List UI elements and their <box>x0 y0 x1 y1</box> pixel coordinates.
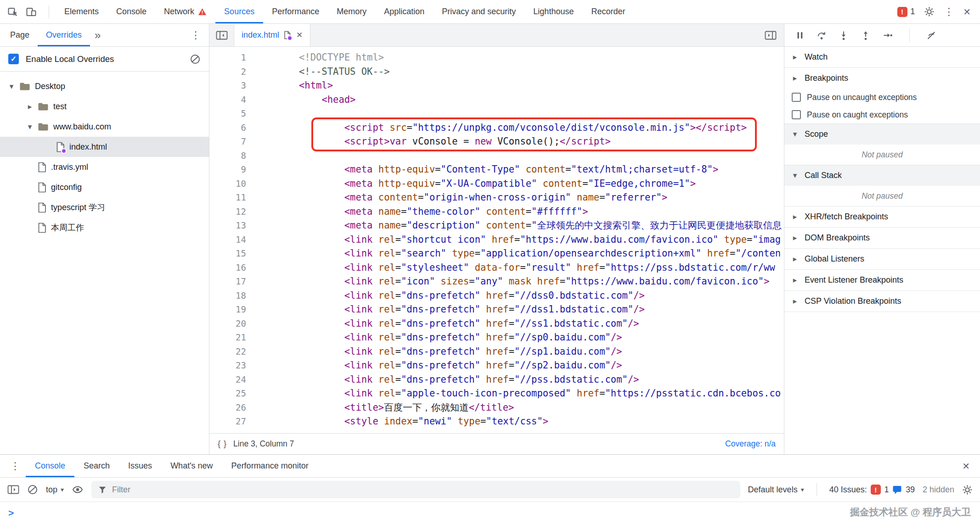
code-line[interactable]: 14 <link rel="shortcut icon" href="https… <box>209 233 784 247</box>
code-line[interactable]: 2<!--STATUS OK--> <box>209 65 784 79</box>
panel-tab-performance[interactable]: Performance <box>263 0 328 23</box>
navigator-tab-overrides[interactable]: Overrides <box>38 24 90 46</box>
code-line[interactable]: 25 <link rel="apple-touch-icon-precompos… <box>209 386 784 401</box>
tree-item-index-html[interactable]: index.html <box>0 137 209 157</box>
panel-tab-sources[interactable]: Sources <box>215 0 263 23</box>
chevron-down-icon[interactable]: ▾ <box>24 122 36 132</box>
line-number[interactable]: 15 <box>209 246 255 261</box>
navigator-menu-kebab-icon[interactable]: ⋮ <box>184 24 207 46</box>
code-line[interactable]: 24 <link rel="dns-prefetch" href="//pss.… <box>209 373 784 387</box>
code-line[interactable]: 3<html> <box>209 78 784 93</box>
code-line[interactable]: 23 <link rel="dns-prefetch" href="//sp2.… <box>209 358 784 373</box>
code-line[interactable]: 11 <meta content="origin-when-cross-orig… <box>209 190 784 205</box>
drawer-tab-performance-monitor[interactable]: Performance monitor <box>222 455 318 477</box>
section-header-xhr-fetch-breakpoints[interactable]: ▸XHR/fetch Breakpoints <box>784 206 980 227</box>
code-line[interactable]: 8 <box>209 149 784 163</box>
panel-tab-console[interactable]: Console <box>107 0 155 23</box>
code-line[interactable]: 10 <meta http-equiv="X-UA-Compatible" co… <box>209 177 784 191</box>
close-devtools-icon[interactable]: ✕ <box>963 7 971 17</box>
tree-item-travis-yml[interactable]: .travis.yml <box>0 157 209 177</box>
editor-tab-index-html[interactable]: index.html ✕ <box>234 24 310 46</box>
more-options-kebab-icon[interactable]: ⋮ <box>944 7 954 17</box>
code-line[interactable]: 17 <link rel="icon" sizes="any" mask hre… <box>209 274 784 289</box>
drawer-menu-kebab-icon[interactable]: ⋮ <box>5 455 26 477</box>
checkbox-row-pause-on-caught-exceptions[interactable]: Pause on caught exceptions <box>784 106 980 123</box>
error-counter[interactable]: ! 1 <box>897 7 915 17</box>
console-filter-input[interactable]: Filter <box>91 481 740 498</box>
code-line[interactable]: 1<!DOCTYPE html> <box>209 50 784 65</box>
console-sidebar-toggle-icon[interactable] <box>7 485 19 495</box>
pause-script-icon[interactable] <box>795 31 805 40</box>
line-number[interactable]: 5 <box>209 106 255 121</box>
clear-console-icon[interactable] <box>27 484 38 495</box>
line-number[interactable]: 7 <box>209 134 255 149</box>
line-number[interactable]: 11 <box>209 190 255 205</box>
line-number[interactable]: 18 <box>209 289 255 303</box>
drawer-tab-what-s-new[interactable]: What's new <box>161 455 222 477</box>
chevron-right-icon[interactable]: ▸ <box>24 102 36 111</box>
code-line[interactable]: 19 <link rel="dns-prefetch" href="//dss1… <box>209 302 784 317</box>
section-header-dom-breakpoints[interactable]: ▸DOM Breakpoints <box>784 228 980 248</box>
code-line[interactable]: 9 <meta http-equiv="Content-Type" conten… <box>209 162 784 177</box>
line-number[interactable]: 19 <box>209 302 255 317</box>
clear-configuration-icon[interactable] <box>190 54 201 65</box>
hidden-messages-label[interactable]: 2 hidden <box>923 485 954 495</box>
line-number[interactable]: 3 <box>209 78 255 93</box>
panel-tab-privacy-and-security[interactable]: Privacy and security <box>433 0 524 23</box>
enable-overrides-checkbox[interactable]: ✓ <box>8 54 19 64</box>
line-number[interactable]: 17 <box>209 274 255 289</box>
line-number[interactable]: 24 <box>209 373 255 387</box>
inspect-element-icon[interactable] <box>7 6 18 17</box>
section-header-call-stack[interactable]: ▾Call Stack <box>784 165 980 186</box>
toggle-debugger-sidebar-icon[interactable] <box>757 24 784 46</box>
drawer-tab-console[interactable]: Console <box>26 455 74 477</box>
close-drawer-icon[interactable]: ✕ <box>957 455 975 477</box>
code-line[interactable]: 5 <box>209 106 784 121</box>
step-over-icon[interactable] <box>817 30 827 40</box>
line-number[interactable]: 12 <box>209 205 255 219</box>
code-line[interactable]: 13 <meta name="description" content="全球领… <box>209 218 784 233</box>
step-out-icon[interactable] <box>861 30 871 40</box>
coverage-link[interactable]: Coverage: n/a <box>725 439 776 449</box>
line-number[interactable]: 9 <box>209 162 255 177</box>
device-toolbar-icon[interactable] <box>26 6 37 17</box>
tree-item-gitconfig[interactable]: gitconfig <box>0 177 209 197</box>
panel-tab-memory[interactable]: Memory <box>328 0 375 23</box>
panel-tab-elements[interactable]: Elements <box>56 0 107 23</box>
section-header-event-listener-breakpoints[interactable]: ▸Event Listener Breakpoints <box>784 270 980 290</box>
tree-item-typescript[interactable]: typescript 学习 <box>0 197 209 217</box>
section-header-global-listeners[interactable]: ▸Global Listeners <box>784 249 980 269</box>
console-prompt[interactable]: > <box>0 502 980 524</box>
line-number[interactable]: 25 <box>209 386 255 401</box>
code-line[interactable]: 7 <script>var vConsole = new VConsole();… <box>209 134 784 149</box>
line-number[interactable]: 26 <box>209 401 255 415</box>
code-line[interactable]: 21 <link rel="dns-prefetch" href="//sp0.… <box>209 330 784 345</box>
step-into-icon[interactable] <box>839 30 849 40</box>
tree-item-desktop[interactable]: ▾Desktop <box>0 76 209 96</box>
toggle-navigator-panel-icon[interactable] <box>209 24 234 46</box>
close-tab-icon[interactable]: ✕ <box>296 31 303 39</box>
code-line[interactable]: 18 <link rel="dns-prefetch" href="//dss0… <box>209 289 784 303</box>
line-number[interactable]: 8 <box>209 149 255 163</box>
line-number[interactable]: 16 <box>209 261 255 275</box>
line-number[interactable]: 10 <box>209 177 255 191</box>
section-header-watch[interactable]: ▸Watch <box>784 47 980 67</box>
code-line[interactable]: 20 <link rel="dns-prefetch" href="//ss1.… <box>209 317 784 331</box>
tree-item-[interactable]: 本周工作 <box>0 217 209 238</box>
checkbox-unchecked[interactable] <box>792 110 801 119</box>
chevron-down-icon[interactable]: ▾ <box>6 82 17 91</box>
code-line[interactable]: 22 <link rel="dns-prefetch" href="//sp1.… <box>209 345 784 359</box>
deactivate-breakpoints-icon[interactable] <box>926 30 936 40</box>
code-line[interactable]: 12 <meta name="theme-color" content="#ff… <box>209 205 784 219</box>
code-line[interactable]: 26 <title>百度一下，你就知道</title> <box>209 401 784 415</box>
line-number[interactable]: 21 <box>209 330 255 345</box>
panel-tab-application[interactable]: Application <box>375 0 433 23</box>
more-tabs-icon[interactable]: » <box>90 24 105 46</box>
pretty-print-icon[interactable]: { } <box>218 439 227 449</box>
issues-counter[interactable]: 40 Issues: ! 1 39 <box>829 485 915 495</box>
code-line[interactable]: 16 <link rel="stylesheet" data-for="resu… <box>209 261 784 275</box>
line-number[interactable]: 1 <box>209 50 255 65</box>
line-number[interactable]: 20 <box>209 317 255 331</box>
line-number[interactable]: 13 <box>209 218 255 233</box>
code-editor[interactable]: 1<!DOCTYPE html>2<!--STATUS OK-->3<html>… <box>209 47 784 433</box>
